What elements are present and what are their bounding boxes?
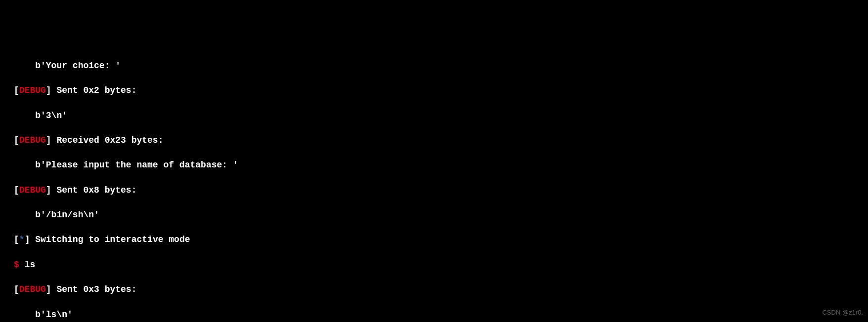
indent	[14, 61, 35, 71]
output-text: Sent 0x3 bytes:	[51, 284, 137, 294]
terminal-line: b'ls\n'	[14, 309, 868, 321]
terminal-line: [DEBUG] Sent 0x2 bytes:	[14, 84, 868, 97]
terminal-line[interactable]: $ ls	[14, 259, 868, 271]
terminal-line: [*] Switching to interactive mode	[14, 234, 868, 246]
terminal-line: b'Please input the name of database: '	[14, 159, 868, 171]
terminal-line: b'Your choice: '	[14, 60, 868, 72]
indent	[14, 310, 35, 320]
bracket-close: ]	[46, 284, 51, 294]
bracket-open: [	[14, 85, 19, 95]
output-text: b'/bin/sh\n'	[35, 210, 99, 220]
output-text: b'ls\n'	[35, 310, 73, 320]
output-text: Sent 0x2 bytes:	[51, 85, 137, 95]
output-text: Received 0x23 bytes:	[51, 135, 164, 145]
bracket-close: ]	[46, 135, 51, 145]
indent	[14, 210, 35, 220]
output-text: b'Please input the name of database: '	[35, 160, 238, 170]
terminal-line: [DEBUG] Sent 0x3 bytes:	[14, 283, 868, 296]
bracket-open: [	[14, 135, 19, 145]
terminal-line: b'3\n'	[14, 110, 868, 122]
terminal-line: [DEBUG] Received 0x23 bytes:	[14, 134, 868, 147]
debug-tag: DEBUG	[19, 85, 46, 95]
output-text: Sent 0x8 bytes:	[51, 185, 137, 195]
bracket-close: ]	[25, 235, 30, 244]
terminal-line: b'/bin/sh\n'	[14, 209, 868, 221]
watermark-text: CSDN @z1r0.	[822, 308, 863, 317]
debug-tag: DEBUG	[19, 185, 46, 195]
command-text: ls	[19, 260, 35, 270]
bracket-open: [	[14, 185, 19, 195]
output-text: b'3\n'	[35, 111, 67, 121]
bracket-close: ]	[46, 185, 51, 195]
bracket-open: [	[14, 235, 19, 244]
bracket-close: ]	[46, 85, 51, 95]
debug-tag: DEBUG	[19, 284, 46, 294]
debug-tag: DEBUG	[19, 135, 46, 145]
shell-prompt: $	[14, 260, 19, 270]
output-text: b'Your choice: '	[35, 61, 121, 71]
output-text: Switching to interactive mode	[30, 235, 190, 244]
indent	[14, 160, 35, 170]
indent	[14, 111, 35, 121]
bracket-open: [	[14, 284, 19, 294]
star-tag: *	[19, 235, 25, 244]
terminal-line: [DEBUG] Sent 0x8 bytes:	[14, 184, 868, 197]
